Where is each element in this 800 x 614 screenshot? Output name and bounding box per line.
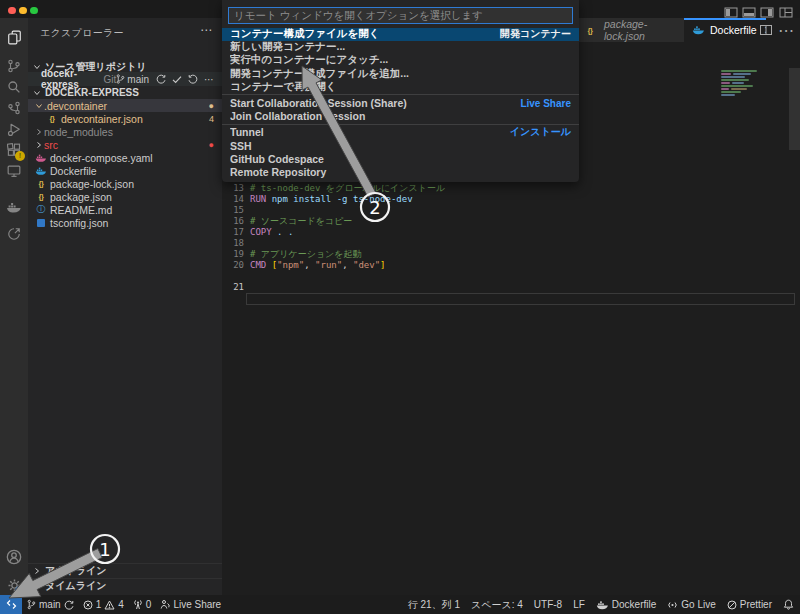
status-live-share-button[interactable]: Live Share (160, 599, 221, 610)
sync-icon (64, 600, 74, 610)
remote-explorer-icon[interactable] (0, 160, 28, 182)
status-branch-button[interactable]: main (27, 599, 74, 610)
status-cursor-position[interactable]: 行 21、列 1 (408, 598, 460, 612)
window-zoom-button[interactable] (30, 7, 38, 15)
quick-pick-item-github-codespace[interactable]: GitHub Codespace (222, 152, 579, 165)
tree-item-devcontainer-folder[interactable]: .devcontainer ● (28, 99, 222, 112)
quick-pick-list: コンテナー構成ファイルを開く 開発コンテナー 新しい開発コンテナー... 実行中… (222, 28, 579, 182)
run-debug-icon[interactable] (0, 118, 28, 140)
quick-pick-item-open-container-config[interactable]: コンテナー構成ファイルを開く 開発コンテナー (222, 28, 579, 41)
source-control-alt-icon[interactable] (0, 97, 28, 119)
status-formatter-button[interactable]: Prettier (727, 599, 772, 610)
explorer-icon[interactable] (0, 26, 28, 48)
scm-repo-row[interactable]: docekr-express Git main ⋯ (28, 72, 222, 86)
split-editor-icon[interactable] (760, 25, 772, 35)
tree-item-src[interactable]: src ● (28, 138, 222, 151)
status-problems-button[interactable]: 1 4 (83, 599, 124, 610)
quick-pick-item-attach-running-container[interactable]: 実行中のコンテナーにアタッチ... (222, 54, 579, 67)
fetch-icon[interactable] (156, 74, 166, 84)
json-file-icon: {} (46, 114, 58, 123)
editor-more-actions-icon[interactable]: ⋯ (778, 21, 794, 40)
minimap[interactable] (721, 70, 769, 97)
live-share-icon[interactable] (0, 223, 28, 245)
tree-item-package-lock[interactable]: {} package-lock.json (28, 177, 222, 190)
tab-label: package-lock.json (604, 18, 676, 42)
notifications-bell-icon[interactable] (783, 599, 794, 610)
tab-package-lock-json[interactable]: {} package-lock.json (576, 18, 684, 42)
current-line-highlight (246, 293, 795, 305)
window-close-button[interactable] (8, 7, 16, 15)
customize-layout-icon[interactable] (779, 4, 793, 15)
repo-more-actions-icon[interactable]: ⋯ (204, 74, 214, 85)
item-detail: Live Share (520, 98, 571, 109)
tree-item-label: tsconfig.json (50, 217, 108, 229)
toggle-sidebar-icon[interactable] (724, 4, 738, 15)
tree-item-label: docker-compose.yaml (50, 152, 153, 164)
quick-pick-item-new-dev-container[interactable]: 新しい開発コンテナー... (222, 41, 579, 54)
tab-dockerfile[interactable]: Dockerfile ✕ (684, 18, 766, 42)
tree-item-devcontainer-json[interactable]: {} devcontainer.json 4 (28, 112, 222, 125)
tree-item-dockerfile[interactable]: Dockerfile (28, 164, 222, 177)
outline-section-header[interactable]: アウトライン (28, 563, 222, 577)
json-file-icon: {} (35, 179, 47, 188)
extensions-icon[interactable]: ! (0, 139, 28, 161)
refresh-icon[interactable] (188, 74, 198, 84)
chevron-right-icon (34, 141, 44, 149)
tree-item-docker-compose[interactable]: docker-compose.yaml (28, 151, 222, 164)
branch-indicator[interactable]: main (116, 74, 149, 85)
search-icon[interactable] (0, 76, 28, 98)
status-encoding[interactable]: UTF-8 (534, 599, 562, 610)
docker-icon[interactable] (0, 196, 28, 218)
tree-item-label: package-lock.json (50, 178, 134, 190)
editor-actions: ⋯ (766, 18, 800, 42)
quick-pick-item-join-collaboration[interactable]: Join Collaboration Session (222, 110, 579, 123)
window-minimize-button[interactable] (19, 7, 27, 15)
separator (222, 94, 579, 95)
tree-item-tsconfig[interactable]: tsconfig.json (28, 216, 222, 229)
quick-pick-item-reopen-in-container[interactable]: コンテナーで再度開く (222, 80, 579, 93)
docker-whale-icon (596, 600, 609, 610)
tree-item-label: Dockerfile (50, 165, 97, 177)
status-eol[interactable]: LF (573, 599, 585, 610)
docker-compose-file-icon (35, 153, 47, 163)
sidebar-title: エクスプローラー (40, 26, 124, 40)
tree-item-readme[interactable]: ⓘ README.md (28, 203, 222, 216)
chevron-right-icon (32, 582, 42, 590)
dockerfile-icon (35, 166, 47, 176)
status-language-mode[interactable]: Dockerfile (596, 599, 656, 610)
timeline-section-header[interactable]: タイムライン (28, 578, 222, 592)
quick-pick-item-ssh[interactable]: SSH (222, 139, 579, 152)
quick-pick-item-tunnel[interactable]: Tunnel インストール (222, 126, 579, 139)
radio-tower-icon (133, 599, 143, 610)
workspace-section-header[interactable]: DOCEKR-EXPRESS (28, 86, 222, 99)
status-ports-button[interactable]: 0 (133, 599, 152, 610)
tree-item-label: devcontainer.json (61, 113, 143, 125)
quick-pick-item-add-dev-container-config[interactable]: 開発コンテナー構成ファイルを追加... (222, 67, 579, 80)
typescript-config-icon (35, 219, 47, 227)
remote-icon (6, 599, 17, 610)
json-file-icon: {} (35, 192, 47, 201)
tab-label: Dockerfile (710, 24, 757, 36)
source-control-icon[interactable] (0, 55, 28, 77)
toggle-secondary-sidebar-icon[interactable] (760, 4, 774, 15)
status-go-live-button[interactable]: Go Live (667, 599, 715, 610)
tree-item-label: src (44, 139, 58, 151)
minimap-slider[interactable] (789, 68, 800, 150)
toggle-panel-icon[interactable] (742, 4, 756, 15)
quick-pick-input[interactable] (228, 7, 573, 24)
tree-item-node-modules[interactable]: node_modules (28, 125, 222, 138)
account-icon[interactable] (0, 546, 28, 568)
settings-gear-icon[interactable]: 1 (0, 574, 28, 596)
workspace-name-label: DOCEKR-EXPRESS (45, 87, 139, 98)
quick-pick-item-remote-repository[interactable]: Remote Repository (222, 165, 579, 178)
status-indentation[interactable]: スペース: 4 (471, 598, 523, 612)
activity-bar: ! 1 (0, 18, 28, 595)
remote-indicator-button[interactable] (0, 595, 22, 614)
tree-item-label: .devcontainer (44, 100, 107, 112)
quick-pick-item-start-collaboration[interactable]: Start Collaboration Session (Share) Live… (222, 96, 579, 109)
git-branch-icon (27, 599, 36, 610)
commit-check-icon[interactable] (172, 75, 182, 84)
error-dot-badge: ● (209, 140, 214, 150)
sidebar-more-actions-icon[interactable]: ⋯ (200, 23, 212, 37)
tree-item-package-json[interactable]: {} package.json (28, 190, 222, 203)
